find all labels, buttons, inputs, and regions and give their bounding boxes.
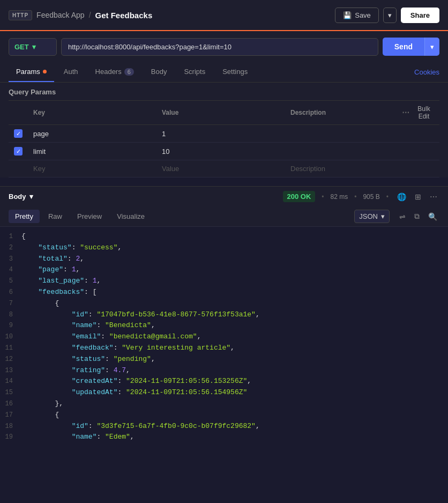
json-format-label: JSON xyxy=(359,212,378,220)
save-button[interactable]: 💾 Save xyxy=(335,8,379,23)
filter-icon[interactable]: ⇌ xyxy=(397,211,408,222)
headers-badge: 6 xyxy=(124,68,134,76)
response-icons: 🌐 ⊞ ⋯ xyxy=(395,191,439,202)
table-row-empty: Key Value Description xyxy=(9,160,439,177)
chevron-down-icon: ▾ xyxy=(388,11,392,19)
url-bar: GET ▾ Send ▾ xyxy=(0,31,448,62)
json-line: 10 "email": "benedicta@gmail.com", xyxy=(0,331,448,343)
method-select[interactable]: GET ▾ xyxy=(9,38,57,56)
request-tabs: Params Auth Headers 6 Body Scripts Setti… xyxy=(0,62,448,83)
row2-key[interactable]: limit xyxy=(28,143,156,160)
top-bar-actions: 💾 Save ▾ Share xyxy=(335,8,439,23)
json-line: 18 "id": "3d3fe715-6a7f-4fb0-9c0c-b07f9f… xyxy=(0,421,448,432)
tab-auth-label: Auth xyxy=(64,68,78,76)
response-meta: • 82 ms • 905 B • 🌐 ⊞ ⋯ xyxy=(322,191,439,202)
tab-scripts[interactable]: Scripts xyxy=(176,62,213,82)
format-tab-visualize[interactable]: Visualize xyxy=(110,210,151,223)
cookies-link[interactable]: Cookies xyxy=(414,68,439,76)
json-line: 15 "updatedAt": "2024-11-09T21:05:56.154… xyxy=(0,387,448,398)
params-table: Key Value Description ⋯ Bulk Edit page 1 xyxy=(9,100,439,177)
bulk-edit-button[interactable]: Bulk Edit xyxy=(414,105,434,120)
params-dot xyxy=(43,70,47,73)
json-line: 16 }, xyxy=(0,398,448,410)
json-line: 3 "total": 2, xyxy=(0,254,448,265)
table-row: page 1 xyxy=(9,125,439,143)
send-dropdown-button[interactable]: ▾ xyxy=(424,38,439,56)
json-line: 9 "name": "Benedicta", xyxy=(0,320,448,331)
empty-desc-placeholder[interactable]: Description xyxy=(285,160,397,177)
empty-value-placeholder[interactable]: Value xyxy=(156,160,285,177)
body-chevron-icon: ▾ xyxy=(29,193,33,201)
tab-params-label: Params xyxy=(16,68,40,76)
json-line: 17 { xyxy=(0,410,448,421)
col-check-header xyxy=(9,101,28,125)
breadcrumb-separator: / xyxy=(89,11,91,19)
more-options-icon: ⋯ xyxy=(402,108,409,117)
json-line: 11 "feedback": "Very interesting article… xyxy=(0,343,448,354)
col-actions-header: ⋯ Bulk Edit xyxy=(397,101,439,125)
row2-value[interactable]: 10 xyxy=(156,143,285,160)
send-group: Send ▾ xyxy=(383,38,439,56)
viewer-icons: ⇌ ⧉ 🔍 xyxy=(397,211,439,222)
url-input-wrapper xyxy=(61,38,378,56)
tab-headers-label: Headers xyxy=(95,68,122,76)
row2-description[interactable] xyxy=(285,143,397,160)
response-format-tabs: Pretty Raw Preview Visualize JSON ▾ ⇌ ⧉ … xyxy=(0,206,448,227)
json-line: 8 "id": "17047bfd-b536-41e8-8677-576f13f… xyxy=(0,309,448,321)
search-icon[interactable]: 🔍 xyxy=(426,211,439,222)
json-line: 5 "last_page": 1, xyxy=(0,276,448,287)
json-line: 12 "status": "pending", xyxy=(0,354,448,365)
top-bar: HTTP Feedback App / Get Feedbacks 💾 Save… xyxy=(0,0,448,31)
format-tab-pretty[interactable]: Pretty xyxy=(9,210,40,223)
json-format-dropdown[interactable]: JSON ▾ xyxy=(354,210,390,223)
empty-key-placeholder[interactable]: Key xyxy=(28,160,156,177)
send-chevron-icon: ▾ xyxy=(430,43,434,51)
copy-icon[interactable]: ⧉ xyxy=(412,211,422,222)
json-line: 1{ xyxy=(0,231,448,242)
response-body-label[interactable]: Body ▾ xyxy=(9,193,33,201)
json-line: 7 { xyxy=(0,298,448,309)
row1-checkbox[interactable] xyxy=(14,129,23,138)
response-header: Body ▾ 200 OK • 82 ms • 905 B • 🌐 ⊞ ⋯ xyxy=(0,186,448,206)
json-line: 2 "status": "success", xyxy=(0,242,448,254)
more-options-icon[interactable]: ⋯ xyxy=(428,191,439,202)
tab-scripts-label: Scripts xyxy=(184,68,205,76)
row1-key[interactable]: page xyxy=(28,125,156,143)
tab-params[interactable]: Params xyxy=(9,62,54,82)
app-name: Feedback App xyxy=(36,11,85,19)
format-tab-raw[interactable]: Raw xyxy=(42,210,69,223)
request-name: Get Feedbacks xyxy=(95,11,153,20)
json-line: 4 "page": 1, xyxy=(0,264,448,276)
send-button[interactable]: Send xyxy=(383,38,424,56)
json-line: 6 "feedbacks": [ xyxy=(0,287,448,298)
tab-headers[interactable]: Headers 6 xyxy=(88,62,141,82)
format-chevron-icon: ▾ xyxy=(381,212,385,220)
globe-icon[interactable]: 🌐 xyxy=(395,191,408,202)
row1-description[interactable] xyxy=(285,125,397,143)
row2-checkbox[interactable] xyxy=(14,147,23,156)
status-badge: 200 OK xyxy=(283,191,316,202)
col-description-header: Description xyxy=(285,101,397,125)
params-section: Query Params Key Value Description ⋯ Bul… xyxy=(0,83,448,177)
table-row: limit 10 xyxy=(9,143,439,160)
response-size: 905 B xyxy=(363,193,379,201)
format-type-select: JSON ▾ xyxy=(354,210,390,223)
method-chevron-icon: ▾ xyxy=(32,43,36,51)
share-button[interactable]: Share xyxy=(401,8,439,23)
query-params-label: Query Params xyxy=(9,88,439,96)
tab-body[interactable]: Body xyxy=(144,62,175,82)
format-tab-preview[interactable]: Preview xyxy=(71,210,108,223)
url-input[interactable] xyxy=(68,43,371,51)
json-viewer: 1{2 "status": "success",3 "total": 2,4 "… xyxy=(0,227,448,447)
breadcrumb: HTTP Feedback App / Get Feedbacks xyxy=(9,10,152,20)
json-line: 14 "createdAt": "2024-11-09T21:05:56.153… xyxy=(0,376,448,387)
col-key-header: Key xyxy=(28,101,156,125)
tab-settings[interactable]: Settings xyxy=(215,62,255,82)
save-dropdown-button[interactable]: ▾ xyxy=(383,8,397,23)
method-label: GET xyxy=(14,43,29,51)
col-value-header: Value xyxy=(156,101,285,125)
tab-auth[interactable]: Auth xyxy=(56,62,86,82)
save-icon: 💾 xyxy=(343,11,352,19)
format-icon[interactable]: ⊞ xyxy=(413,191,423,202)
row1-value[interactable]: 1 xyxy=(156,125,285,143)
